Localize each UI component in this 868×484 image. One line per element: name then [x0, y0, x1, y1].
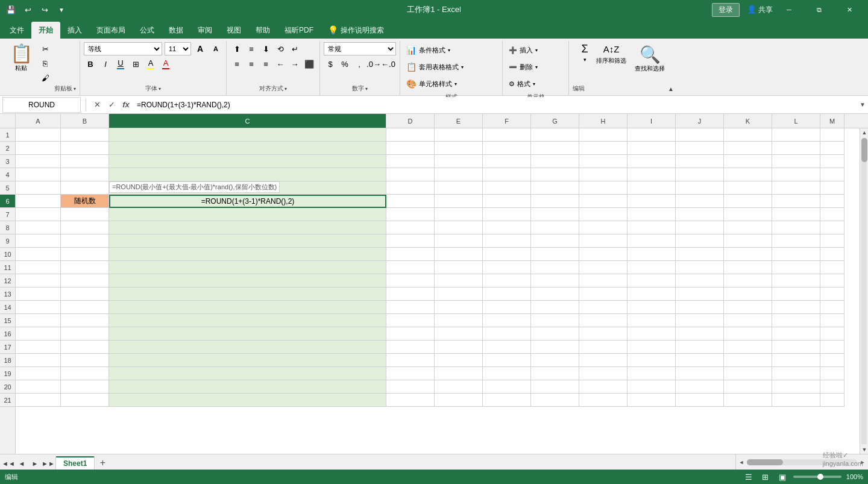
row-num-16[interactable]: 16	[0, 327, 15, 341]
cell-E20[interactable]	[435, 380, 483, 394]
find-select-button[interactable]: 🔍 查找和选择	[631, 42, 668, 75]
merge-center-button[interactable]: ⬛	[303, 57, 316, 71]
cell-K19[interactable]	[724, 367, 772, 380]
border-button[interactable]: ⊞	[129, 57, 142, 71]
cell-K5[interactable]	[724, 181, 772, 195]
cell-D15[interactable]	[386, 314, 435, 327]
cell-G13[interactable]	[531, 288, 579, 301]
cell-A7[interactable]	[16, 208, 61, 221]
cell-I5[interactable]	[627, 181, 676, 195]
align-expand[interactable]: ▾	[285, 86, 287, 92]
cell-E7[interactable]	[435, 208, 483, 221]
tab-formula[interactable]: 公式	[133, 22, 162, 39]
cell-D5[interactable]	[386, 181, 435, 195]
cell-E21[interactable]	[435, 394, 483, 407]
cell-A15[interactable]	[16, 314, 61, 327]
page-layout-view-button[interactable]: ⊞	[760, 471, 772, 483]
cell-J12[interactable]	[676, 274, 724, 288]
cell-A3[interactable]	[16, 155, 61, 168]
cell-F21[interactable]	[483, 394, 531, 407]
row-num-11[interactable]: 11	[0, 261, 15, 274]
cell-L21[interactable]	[772, 394, 820, 407]
decrease-indent-button[interactable]: ←	[274, 57, 287, 71]
cell-B21[interactable]	[61, 394, 109, 407]
cell-E14[interactable]	[435, 301, 483, 314]
align-center-button[interactable]: ≡	[245, 57, 258, 71]
cut-button[interactable]: ✂	[39, 42, 52, 55]
cell-E2[interactable]	[435, 142, 483, 155]
cell-H11[interactable]	[579, 261, 627, 274]
cell-K18[interactable]	[724, 354, 772, 367]
normal-view-button[interactable]: ☰	[743, 471, 755, 483]
cell-H18[interactable]	[579, 354, 627, 367]
cell-B9[interactable]	[61, 234, 109, 248]
cell-F11[interactable]	[483, 261, 531, 274]
cell-F7[interactable]	[483, 208, 531, 221]
cell-D13[interactable]	[386, 288, 435, 301]
font-color-button[interactable]: A	[159, 57, 172, 71]
cell-G9[interactable]	[531, 234, 579, 248]
cell-I3[interactable]	[627, 155, 676, 168]
row-num-12[interactable]: 12	[0, 274, 15, 288]
percent-format-button[interactable]: %	[338, 57, 351, 71]
tab-search[interactable]: 💡 操作说明搜索	[321, 22, 391, 39]
cell-M9[interactable]	[820, 234, 844, 248]
cell-E12[interactable]	[435, 274, 483, 288]
cell-I12[interactable]	[627, 274, 676, 288]
cell-A20[interactable]	[16, 380, 61, 394]
increase-font-button[interactable]: A	[193, 42, 207, 55]
cell-L6[interactable]	[772, 195, 820, 208]
add-sheet-button[interactable]: +	[96, 456, 109, 470]
cell-C20[interactable]	[109, 380, 386, 394]
cell-K3[interactable]	[724, 155, 772, 168]
col-header-A[interactable]: A	[16, 114, 61, 128]
cell-H12[interactable]	[579, 274, 627, 288]
comma-format-button[interactable]: ,	[353, 57, 366, 71]
cell-G16[interactable]	[531, 327, 579, 341]
cell-J8[interactable]	[676, 221, 724, 234]
cell-M8[interactable]	[820, 221, 844, 234]
cancel-formula-button[interactable]: ✕	[91, 99, 103, 111]
cell-J5[interactable]	[676, 181, 724, 195]
cell-B20[interactable]	[61, 380, 109, 394]
cell-E19[interactable]	[435, 367, 483, 380]
cell-C13[interactable]	[109, 288, 386, 301]
cell-I14[interactable]	[627, 301, 676, 314]
more-dropdown[interactable]: ▼	[55, 4, 68, 16]
row-num-10[interactable]: 10	[0, 248, 15, 261]
cell-C3[interactable]	[109, 155, 386, 168]
align-right-button[interactable]: ≡	[259, 57, 272, 71]
sheet-tab-sheet1[interactable]: Sheet1	[55, 456, 95, 470]
row-num-18[interactable]: 18	[0, 354, 15, 367]
cell-K6[interactable]	[724, 195, 772, 208]
cell-B13[interactable]	[61, 288, 109, 301]
format-cells-button[interactable]: ⚙ 格式 ▾	[506, 76, 542, 92]
cell-D7[interactable]	[386, 208, 435, 221]
cell-C18[interactable]	[109, 354, 386, 367]
cell-G15[interactable]	[531, 314, 579, 327]
cell-F16[interactable]	[483, 327, 531, 341]
cell-I9[interactable]	[627, 234, 676, 248]
cell-K20[interactable]	[724, 380, 772, 394]
cell-C19[interactable]	[109, 367, 386, 380]
cell-A4[interactable]	[16, 168, 61, 181]
cell-K9[interactable]	[724, 234, 772, 248]
cell-A14[interactable]	[16, 301, 61, 314]
row-num-15[interactable]: 15	[0, 314, 15, 327]
cell-I11[interactable]	[627, 261, 676, 274]
cell-H20[interactable]	[579, 380, 627, 394]
cell-I21[interactable]	[627, 394, 676, 407]
cell-D9[interactable]	[386, 234, 435, 248]
accounting-format-button[interactable]: $	[324, 57, 337, 71]
cell-G18[interactable]	[531, 354, 579, 367]
increase-indent-button[interactable]: →	[288, 57, 301, 71]
wrap-text-button[interactable]: ↵	[288, 42, 301, 55]
cell-B1[interactable]	[61, 128, 109, 142]
minimize-button[interactable]: ─	[775, 0, 803, 19]
cell-L4[interactable]	[772, 168, 820, 181]
cell-G3[interactable]	[531, 155, 579, 168]
tab-data[interactable]: 数据	[162, 22, 190, 39]
row-num-5[interactable]: 5	[0, 181, 15, 195]
col-header-E[interactable]: E	[435, 114, 483, 128]
cell-H8[interactable]	[579, 221, 627, 234]
